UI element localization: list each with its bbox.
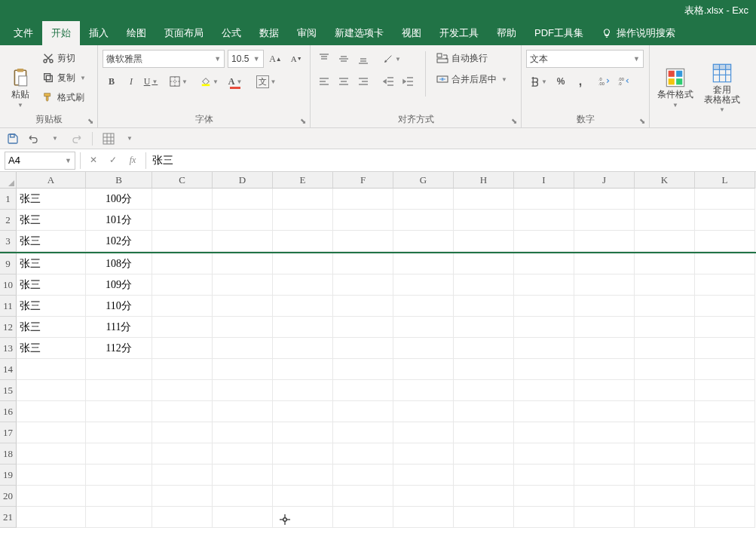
cell[interactable] xyxy=(333,253,393,274)
cell[interactable] xyxy=(454,296,514,317)
accounting-format-button[interactable]: ▼ xyxy=(526,72,550,90)
cell[interactable] xyxy=(393,210,454,231)
cell[interactable] xyxy=(152,507,213,528)
cell[interactable] xyxy=(393,253,454,274)
cell[interactable] xyxy=(17,486,86,507)
cell[interactable] xyxy=(514,422,574,443)
cell[interactable] xyxy=(635,317,695,338)
tab-data[interactable]: 数据 xyxy=(250,21,288,45)
cell[interactable] xyxy=(695,274,755,296)
cell[interactable] xyxy=(514,401,574,422)
cell[interactable] xyxy=(514,443,574,465)
tab-developer[interactable]: 开发工具 xyxy=(430,21,488,45)
format-painter-button[interactable]: 格式刷 xyxy=(39,89,89,106)
col-header-G[interactable]: G xyxy=(393,172,454,189)
cell[interactable] xyxy=(333,231,393,252)
cell[interactable] xyxy=(213,253,273,274)
cell[interactable] xyxy=(17,422,86,443)
cell[interactable] xyxy=(393,380,454,401)
font-name-combo[interactable]: 微软雅黑▼ xyxy=(103,50,225,68)
cell[interactable] xyxy=(273,338,333,359)
col-header-J[interactable]: J xyxy=(574,172,635,189)
cell[interactable] xyxy=(273,231,333,252)
cell[interactable] xyxy=(393,189,454,210)
cell[interactable] xyxy=(273,465,333,486)
row-header[interactable]: 14 xyxy=(0,359,17,380)
cell[interactable] xyxy=(695,296,755,317)
row-header[interactable]: 15 xyxy=(0,380,17,401)
cell[interactable] xyxy=(17,443,86,465)
bold-button[interactable]: B xyxy=(103,72,121,90)
tab-help[interactable]: 帮助 xyxy=(488,21,525,45)
cell[interactable] xyxy=(574,401,635,422)
cell[interactable] xyxy=(152,422,213,443)
cell[interactable] xyxy=(574,359,635,380)
cell[interactable] xyxy=(213,401,273,422)
cell[interactable] xyxy=(514,317,574,338)
col-header-F[interactable]: F xyxy=(333,172,393,189)
cell[interactable] xyxy=(17,465,86,486)
cell[interactable] xyxy=(17,359,86,380)
cell[interactable] xyxy=(635,338,695,359)
col-header-C[interactable]: C xyxy=(152,172,213,189)
tab-insert[interactable]: 插入 xyxy=(80,21,118,45)
row-header[interactable]: 17 xyxy=(0,422,17,443)
cell[interactable] xyxy=(333,296,393,317)
cell[interactable] xyxy=(213,465,273,486)
increase-font-button[interactable]: A▲ xyxy=(267,50,285,68)
align-bottom-button[interactable] xyxy=(354,50,372,68)
cell[interactable] xyxy=(273,380,333,401)
cell[interactable] xyxy=(273,359,333,380)
font-size-combo[interactable]: 10.5▼ xyxy=(228,50,264,68)
tell-me[interactable]: 操作说明搜索 xyxy=(601,21,675,45)
cell[interactable] xyxy=(514,465,574,486)
cell[interactable]: 100分 xyxy=(86,189,152,210)
cell[interactable] xyxy=(695,189,755,210)
col-header-B[interactable]: B xyxy=(86,172,152,189)
cell[interactable] xyxy=(333,465,393,486)
cell[interactable] xyxy=(695,210,755,231)
cell[interactable] xyxy=(695,317,755,338)
align-center-button[interactable] xyxy=(335,72,353,90)
cell[interactable]: 101分 xyxy=(86,210,152,231)
number-launcher[interactable]: ⬊ xyxy=(637,115,647,126)
cell[interactable]: 110分 xyxy=(86,296,152,317)
cell[interactable] xyxy=(213,189,273,210)
cell[interactable] xyxy=(695,465,755,486)
cell[interactable] xyxy=(574,507,635,528)
cell[interactable] xyxy=(333,274,393,296)
cell[interactable] xyxy=(454,317,514,338)
col-header-H[interactable]: H xyxy=(454,172,514,189)
cell[interactable] xyxy=(454,210,514,231)
cell[interactable] xyxy=(333,189,393,210)
cell[interactable] xyxy=(574,422,635,443)
cell[interactable] xyxy=(273,401,333,422)
cell[interactable] xyxy=(333,380,393,401)
cell[interactable] xyxy=(273,296,333,317)
cell[interactable] xyxy=(574,296,635,317)
align-top-button[interactable] xyxy=(315,50,333,68)
cell[interactable] xyxy=(695,359,755,380)
cell[interactable] xyxy=(454,359,514,380)
cell[interactable] xyxy=(454,507,514,528)
cell[interactable] xyxy=(574,274,635,296)
cell[interactable] xyxy=(574,189,635,210)
cell[interactable] xyxy=(213,210,273,231)
cell[interactable] xyxy=(152,443,213,465)
cell[interactable]: 112分 xyxy=(86,338,152,359)
cell[interactable] xyxy=(86,380,152,401)
cell[interactable] xyxy=(635,380,695,401)
cell[interactable] xyxy=(273,210,333,231)
cell[interactable] xyxy=(574,465,635,486)
cell[interactable] xyxy=(695,443,755,465)
cell[interactable] xyxy=(152,274,213,296)
cell[interactable] xyxy=(273,486,333,507)
cell[interactable] xyxy=(213,231,273,252)
cell[interactable] xyxy=(213,359,273,380)
cell[interactable] xyxy=(574,338,635,359)
cell[interactable] xyxy=(635,359,695,380)
align-middle-button[interactable] xyxy=(335,50,353,68)
conditional-format-button[interactable]: 条件格式 ▼ xyxy=(654,48,696,127)
cell[interactable] xyxy=(86,422,152,443)
cell[interactable] xyxy=(514,231,574,252)
